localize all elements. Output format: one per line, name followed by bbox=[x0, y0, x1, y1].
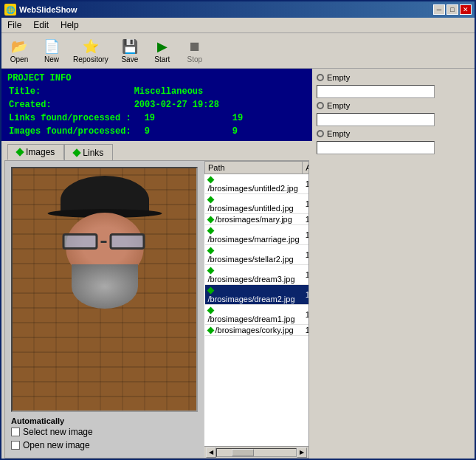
file-list-panel: Path A Result /brosimages/untitled2.jpg1… bbox=[204, 161, 308, 458]
table-row[interactable]: /brosimages/corky.jpg1OK bbox=[205, 325, 309, 336]
new-button[interactable]: 📄 New bbox=[37, 35, 66, 66]
file-a-cell: 1 bbox=[303, 285, 308, 305]
repository-label: Repository bbox=[73, 55, 108, 63]
file-diamond-icon bbox=[207, 227, 214, 235]
scroll-left-button[interactable]: ◀ bbox=[206, 447, 216, 458]
file-diamond-icon bbox=[207, 327, 214, 334]
repository-button[interactable]: ⭐ Repository bbox=[69, 35, 112, 66]
tab-images[interactable]: Images bbox=[7, 144, 64, 160]
menu-edit[interactable]: Edit bbox=[30, 19, 52, 31]
menubar: File Edit Help bbox=[1, 18, 475, 33]
open-new-image-checkbox[interactable] bbox=[11, 441, 20, 450]
file-a-cell: 1 bbox=[303, 325, 308, 336]
table-row[interactable]: /brosimages/stellar2.jpg1OK bbox=[205, 245, 309, 265]
repository-icon: ⭐ bbox=[82, 38, 100, 55]
radio-row-1: Empty bbox=[317, 73, 470, 82]
automatically-section: Automatically bbox=[11, 412, 198, 425]
images-tab-icon bbox=[15, 148, 24, 156]
file-diamond-icon bbox=[207, 287, 214, 295]
automatically-label: Automatically bbox=[11, 416, 64, 425]
radio-3[interactable] bbox=[317, 130, 324, 137]
col-path: Path bbox=[205, 162, 303, 174]
tab-bar: Images Links bbox=[1, 141, 312, 160]
radio-label-1: Empty bbox=[327, 73, 350, 82]
portrait-beard bbox=[72, 264, 138, 309]
file-a-cell: 1 bbox=[303, 214, 308, 225]
select-new-image-label: Select new image bbox=[23, 427, 93, 437]
open-label: Open bbox=[10, 55, 28, 63]
portrait-glasses bbox=[62, 233, 147, 250]
file-diamond-icon bbox=[207, 247, 214, 255]
file-a-cell: 1 bbox=[303, 305, 308, 325]
radio-1[interactable] bbox=[317, 74, 324, 81]
bottom-scrollbar: ◀ ▶ bbox=[204, 446, 308, 458]
tabs-area: Images Links bbox=[1, 141, 312, 459]
table-row[interactable]: /brosimages/untitled.jpg1OK bbox=[205, 194, 309, 214]
project-created: 2003-02-27 19:28 bbox=[133, 98, 221, 111]
file-diamond-icon bbox=[207, 216, 214, 224]
tab-links[interactable]: Links bbox=[64, 144, 113, 160]
images-tab-label: Images bbox=[26, 147, 55, 157]
col-a: A bbox=[303, 162, 308, 174]
title-bar-left: 🌐 WebSlideShow bbox=[4, 4, 77, 16]
minimize-button[interactable]: ─ bbox=[433, 4, 445, 15]
radio-label-3: Empty bbox=[327, 129, 350, 138]
project-title: Miscellaneous bbox=[133, 85, 221, 98]
file-table-scroll[interactable]: Path A Result /brosimages/untitled2.jpg1… bbox=[204, 161, 308, 446]
radio-2[interactable] bbox=[317, 102, 324, 109]
scrollbar-thumb[interactable] bbox=[232, 449, 254, 456]
right-panel: Empty Empty Empty bbox=[312, 69, 475, 459]
select-new-image-row: Select new image bbox=[11, 425, 198, 439]
glass-left bbox=[62, 233, 97, 250]
select-new-image-checkbox[interactable] bbox=[11, 428, 20, 436]
links-tab-label: Links bbox=[83, 148, 103, 158]
new-icon: 📄 bbox=[43, 38, 61, 55]
table-row[interactable]: /brosimages/marriage.jpg1OK bbox=[205, 225, 309, 245]
maximize-button[interactable]: □ bbox=[446, 4, 458, 15]
file-a-cell: 1 bbox=[303, 174, 308, 194]
table-row[interactable]: /brosimages/untitled2.jpg1OK bbox=[205, 174, 309, 194]
file-diamond-icon bbox=[207, 176, 214, 184]
file-path-cell: /brosimages/dream3.jpg bbox=[205, 265, 303, 285]
file-diamond-icon bbox=[207, 196, 214, 204]
open-button[interactable]: 📂 Open bbox=[4, 35, 34, 66]
file-path-cell: /brosimages/dream1.jpg bbox=[205, 305, 303, 325]
image-preview bbox=[11, 167, 198, 412]
start-label: Start bbox=[154, 55, 170, 63]
radio-input-1[interactable] bbox=[317, 85, 435, 98]
window-title: WebSlideShow bbox=[19, 5, 77, 14]
links-label: Links found/processed : bbox=[7, 111, 133, 125]
main-content: PROJECT INFO Title: Miscellaneous Create… bbox=[1, 69, 475, 459]
radio-input-3[interactable] bbox=[317, 141, 435, 154]
save-button[interactable]: 💾 Save bbox=[115, 35, 145, 66]
open-icon: 📂 bbox=[10, 38, 28, 55]
main-window: 🌐 WebSlideShow ─ □ ✕ File Edit Help 📂 Op… bbox=[0, 0, 476, 460]
table-row[interactable]: /brosimages/mary.jpg1OK bbox=[205, 214, 309, 225]
window-controls: ─ □ ✕ bbox=[433, 4, 472, 15]
title-bar: 🌐 WebSlideShow ─ □ ✕ bbox=[1, 1, 475, 18]
file-path-cell: /brosimages/untitled2.jpg bbox=[205, 174, 303, 194]
scroll-right-button[interactable]: ▶ bbox=[297, 447, 307, 458]
file-path-cell: /brosimages/corky.jpg bbox=[205, 325, 303, 336]
radio-row-3: Empty bbox=[317, 129, 470, 138]
file-a-cell: 1 bbox=[303, 225, 308, 245]
menu-file[interactable]: File bbox=[4, 19, 24, 31]
radio-row-2: Empty bbox=[317, 101, 470, 110]
scrollbar-track[interactable] bbox=[216, 448, 297, 457]
file-a-cell: 1 bbox=[303, 265, 308, 285]
table-row[interactable]: /brosimages/dream3.jpg1OK bbox=[205, 265, 309, 285]
menu-help[interactable]: Help bbox=[58, 19, 82, 31]
app-icon: 🌐 bbox=[4, 4, 16, 16]
start-button[interactable]: ▶ Start bbox=[148, 35, 177, 66]
new-label: New bbox=[44, 55, 59, 63]
glass-bridge bbox=[100, 241, 106, 243]
start-icon: ▶ bbox=[154, 38, 171, 55]
links-processed: 19 bbox=[221, 111, 244, 125]
title-label: Title: bbox=[7, 85, 133, 98]
table-row[interactable]: /brosimages/dream2.jpg1OK bbox=[205, 285, 309, 305]
table-row[interactable]: /brosimages/dream1.jpg1OK bbox=[205, 305, 309, 325]
file-path-cell: /brosimages/mary.jpg bbox=[205, 214, 303, 225]
open-new-image-row: Open new image bbox=[11, 439, 198, 452]
close-button[interactable]: ✕ bbox=[460, 4, 472, 15]
radio-input-2[interactable] bbox=[317, 113, 435, 126]
